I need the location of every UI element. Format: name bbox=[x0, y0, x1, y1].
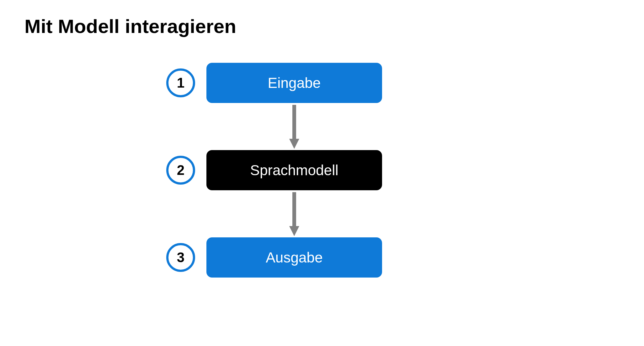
svg-marker-1 bbox=[289, 139, 299, 149]
step-2-badge: 2 bbox=[166, 156, 195, 185]
step-1-box: Eingabe bbox=[206, 63, 382, 103]
page-title: Mit Modell interagieren bbox=[24, 15, 236, 37]
arrow-2-to-3 bbox=[206, 190, 382, 237]
step-3: 3 Ausgabe bbox=[166, 237, 417, 278]
step-2: 2 Sprachmodell bbox=[166, 150, 417, 190]
step-3-badge: 3 bbox=[166, 243, 195, 272]
step-2-box: Sprachmodell bbox=[206, 150, 382, 190]
svg-marker-3 bbox=[289, 226, 299, 236]
step-1-badge: 1 bbox=[166, 68, 195, 97]
flow-diagram: 1 Eingabe 2 Sprachmodell 3 Ausgabe bbox=[166, 63, 417, 278]
arrow-down-icon bbox=[288, 190, 301, 237]
arrow-down-icon bbox=[288, 103, 301, 150]
step-1: 1 Eingabe bbox=[166, 63, 417, 103]
step-3-box: Ausgabe bbox=[206, 237, 382, 278]
arrow-1-to-2 bbox=[206, 103, 382, 150]
